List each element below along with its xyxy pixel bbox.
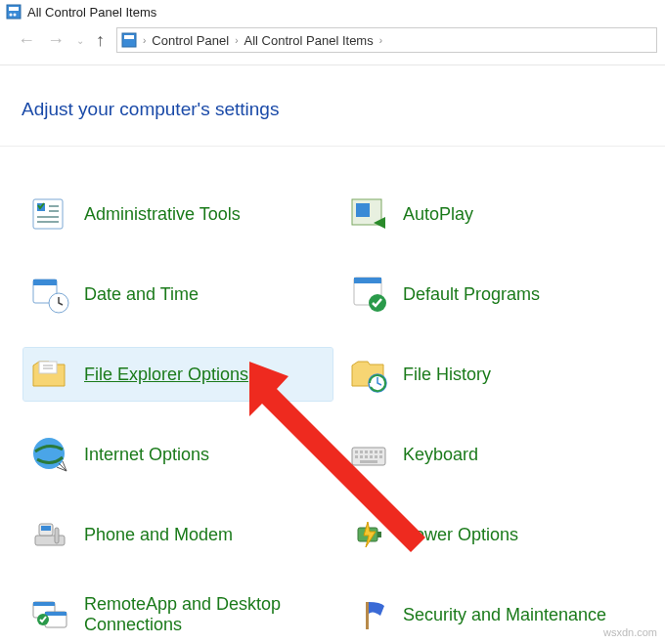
recent-dropdown[interactable]: ⌄ <box>76 35 84 46</box>
svg-rect-23 <box>365 451 368 453</box>
up-button[interactable]: ↑ <box>96 30 105 51</box>
control-panel-app-icon <box>6 4 22 20</box>
svg-rect-17 <box>39 362 57 373</box>
svg-rect-30 <box>370 455 373 458</box>
breadcrumb-sep-icon: › <box>235 35 238 46</box>
item-default-programs[interactable]: Default Programs <box>342 268 651 321</box>
breadcrumb-segment[interactable]: All Control Panel Items <box>244 33 373 48</box>
item-label: Phone and Modem <box>84 525 233 545</box>
breadcrumb-sep-icon: › <box>379 35 382 46</box>
back-button[interactable]: ← <box>18 30 35 51</box>
page-title: Adjust your computer's settings <box>0 65 665 147</box>
phone-modem-icon <box>29 514 70 555</box>
item-administrative-tools[interactable]: Administrative Tools <box>23 188 332 240</box>
breadcrumb-segment[interactable]: Control Panel <box>152 33 229 48</box>
item-label: Security and Maintenance <box>403 605 606 625</box>
svg-point-2 <box>10 14 13 17</box>
default-programs-icon <box>348 274 389 315</box>
svg-rect-36 <box>41 526 51 531</box>
window-title: All Control Panel Items <box>27 5 156 20</box>
svg-rect-39 <box>377 532 381 537</box>
svg-rect-34 <box>35 536 65 545</box>
svg-rect-24 <box>370 451 373 453</box>
power-options-icon <box>348 514 389 555</box>
item-autoplay[interactable]: AutoPlay <box>342 188 651 240</box>
svg-rect-26 <box>379 451 382 453</box>
item-label: Internet Options <box>84 445 209 465</box>
svg-rect-32 <box>379 455 382 458</box>
item-label: Keyboard <box>403 445 478 465</box>
item-phone-and-modem[interactable]: Phone and Modem <box>23 508 332 561</box>
navbar: ← → ⌄ ↑ › Control Panel › All Control Pa… <box>0 23 665 65</box>
svg-rect-33 <box>360 460 377 463</box>
item-file-history[interactable]: File History <box>342 348 651 401</box>
item-label: File History <box>403 365 491 385</box>
remoteapp-icon <box>29 594 70 635</box>
item-label: Administrative Tools <box>84 204 241 225</box>
administrative-tools-icon <box>29 193 70 235</box>
svg-rect-37 <box>55 528 59 543</box>
breadcrumb-sep-icon: › <box>143 35 146 46</box>
item-label: AutoPlay <box>403 204 473 225</box>
svg-rect-15 <box>354 278 381 283</box>
svg-rect-31 <box>375 455 377 458</box>
titlebar: All Control Panel Items <box>0 0 665 23</box>
item-date-and-time[interactable]: Date and Time <box>23 268 332 321</box>
item-power-options[interactable]: Power Options <box>342 508 651 561</box>
svg-rect-28 <box>360 455 363 458</box>
item-label: RemoteApp and Desktop Connections <box>84 594 327 634</box>
svg-rect-45 <box>366 602 369 629</box>
svg-point-3 <box>14 14 17 17</box>
svg-rect-25 <box>375 451 377 453</box>
item-remoteapp-desktop-connections[interactable]: RemoteApp and Desktop Connections <box>23 588 332 641</box>
item-label: Default Programs <box>403 284 540 305</box>
item-file-explorer-options[interactable]: File Explorer Options <box>23 348 332 401</box>
keyboard-icon <box>348 434 389 475</box>
svg-rect-12 <box>33 279 57 285</box>
svg-rect-9 <box>356 203 370 217</box>
watermark: wsxdn.com <box>603 626 657 638</box>
date-time-icon <box>29 274 70 315</box>
svg-rect-29 <box>365 455 368 458</box>
item-label: Date and Time <box>84 284 199 305</box>
file-explorer-options-icon <box>29 354 70 395</box>
internet-options-icon <box>29 434 70 475</box>
svg-rect-41 <box>33 602 55 606</box>
security-maintenance-icon <box>348 594 389 635</box>
svg-rect-5 <box>124 35 134 39</box>
items-grid: Administrative Tools AutoPlay Date and T… <box>0 147 665 644</box>
item-keyboard[interactable]: Keyboard <box>342 428 651 481</box>
svg-rect-43 <box>45 612 66 616</box>
item-label: File Explorer Options <box>84 365 248 385</box>
address-bar[interactable]: › Control Panel › All Control Panel Item… <box>116 27 657 53</box>
item-internet-options[interactable]: Internet Options <box>23 428 332 481</box>
item-label: Power Options <box>403 525 518 545</box>
control-panel-icon <box>121 32 137 48</box>
svg-rect-22 <box>360 451 363 453</box>
svg-rect-27 <box>355 455 358 458</box>
autoplay-icon <box>348 193 389 235</box>
svg-rect-21 <box>355 451 358 453</box>
file-history-icon <box>348 354 389 395</box>
svg-rect-1 <box>9 7 19 11</box>
forward-button[interactable]: → <box>47 30 65 51</box>
